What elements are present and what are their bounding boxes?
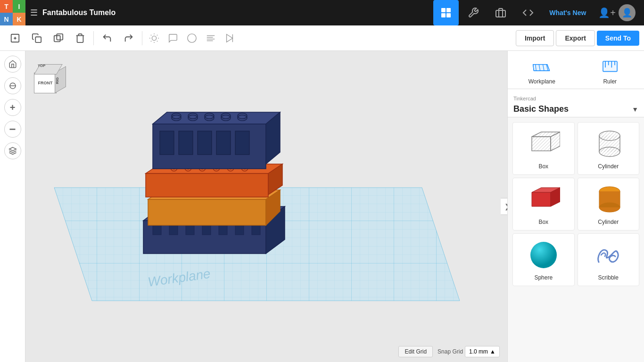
comment-icon[interactable] <box>164 29 182 47</box>
shape-scribble[interactable]: Scribble <box>578 233 640 286</box>
shapes-icon[interactable] <box>183 29 201 47</box>
svg-line-19 <box>157 34 157 35</box>
workplane-label: Workplane <box>528 78 555 85</box>
snap-dropdown-icon: ▲ <box>490 348 495 355</box>
svg-marker-109 <box>532 192 551 206</box>
shapes-source-label: Tinkercad <box>513 96 638 101</box>
logo-n: N <box>0 13 13 25</box>
svg-rect-2 <box>441 13 446 17</box>
undo-button[interactable] <box>97 28 117 49</box>
svg-rect-70 <box>160 131 174 155</box>
cube-front-face: FRONT <box>34 73 57 93</box>
edit-grid-button[interactable]: Edit Grid <box>398 346 433 357</box>
bottom-bar: Edit Grid Snap Grid 1.0 mm ▲ <box>398 346 500 357</box>
title-area: ☰ Fantabulous Tumelo <box>25 8 433 18</box>
main-toolbar: Import Export Send To <box>0 25 644 51</box>
shape-box-solid[interactable]: Box <box>512 178 575 230</box>
svg-rect-4 <box>496 10 505 17</box>
build-view-button[interactable] <box>461 0 486 25</box>
shape-label-cylinder-solid: Cylinder <box>598 219 619 225</box>
duplicate-button[interactable] <box>48 28 69 49</box>
svg-rect-71 <box>179 131 193 155</box>
redo-button[interactable] <box>118 28 139 49</box>
export-button[interactable]: Export <box>556 30 594 46</box>
light-icon[interactable] <box>145 29 163 47</box>
right-panel: Workplane Ruler Tinkercad Bas <box>507 51 644 362</box>
new-button[interactable] <box>5 28 25 49</box>
svg-point-117 <box>530 242 557 268</box>
svg-line-14 <box>151 34 151 35</box>
snap-grid-label: Snap Grid <box>438 348 463 355</box>
cube-top-label: TOP <box>38 64 45 68</box>
shape-sphere-solid[interactable]: Sphere <box>512 233 575 286</box>
code-view-button[interactable] <box>515 0 541 25</box>
fit-view-button[interactable] <box>4 77 21 94</box>
svg-rect-8 <box>35 37 41 42</box>
project-title[interactable]: Fantabulous Tumelo <box>42 8 116 17</box>
tinkercad-logo[interactable]: T I N K <box>0 0 25 25</box>
shape-label-cylinder-wire: Cylinder <box>598 163 619 170</box>
shape-label-box-wire: Box <box>538 163 548 170</box>
whats-new-button[interactable]: What's New <box>543 9 593 16</box>
left-panel: + − <box>0 51 25 362</box>
workplane-button[interactable]: Workplane <box>508 51 576 89</box>
shape-preview-sphere-solid <box>527 239 560 272</box>
snap-value-selector[interactable]: 1.0 mm ▲ <box>465 346 500 357</box>
shapes-header: Tinkercad Basic Shapes ▼ <box>508 89 644 117</box>
shape-preview-box-wire <box>527 127 560 160</box>
svg-rect-74 <box>235 131 249 155</box>
align-icon[interactable] <box>202 29 220 47</box>
logo-k: K <box>13 13 25 25</box>
tool-buttons-row: Workplane Ruler <box>508 51 644 89</box>
toolbar-separator-2 <box>142 31 142 45</box>
ruler-label: Ruler <box>603 78 617 85</box>
user-avatar[interactable]: 👤 <box>619 4 636 21</box>
shapes-dropdown-icon[interactable]: ▼ <box>632 106 638 113</box>
svg-rect-3 <box>446 13 451 17</box>
model-3d <box>87 98 332 277</box>
home-view-button[interactable] <box>4 56 21 73</box>
cube-front-label: FRONT <box>38 81 53 85</box>
viewport[interactable]: FRONT TOP RIG <box>25 51 507 362</box>
cube-navigator[interactable]: FRONT TOP RIG <box>30 56 68 93</box>
svg-rect-1 <box>446 8 451 12</box>
shape-preview-scribble <box>592 239 625 272</box>
svg-line-15 <box>157 41 157 41</box>
svg-marker-100 <box>532 137 551 151</box>
shape-label-scribble: Scribble <box>598 274 619 281</box>
delete-button[interactable] <box>70 28 91 49</box>
mirror-icon[interactable] <box>221 29 239 47</box>
import-button[interactable]: Import <box>516 30 554 46</box>
perspective-button[interactable] <box>4 142 21 159</box>
shape-preview-cylinder-solid <box>592 183 625 216</box>
snap-grid-area: Snap Grid 1.0 mm ▲ <box>438 346 500 357</box>
copy-button[interactable] <box>26 28 47 49</box>
shapes-grid: Box <box>508 117 644 291</box>
shape-label-sphere-solid: Sphere <box>534 274 553 281</box>
ruler-button[interactable]: Ruler <box>576 51 644 89</box>
toolbar-right: Import Export Send To <box>516 30 639 46</box>
user-area[interactable]: 👤+ 👤 <box>594 4 639 21</box>
svg-rect-72 <box>198 131 212 155</box>
logo-t: T <box>0 0 13 13</box>
main-area: + − FRONT TOP RIG <box>0 51 644 362</box>
shape-cylinder-wire[interactable]: Cylinder <box>578 122 640 175</box>
svg-point-20 <box>188 33 196 42</box>
svg-rect-49 <box>148 199 266 225</box>
grid-view-button[interactable] <box>433 0 459 25</box>
collapse-panel-button[interactable]: ❯ <box>501 198 507 215</box>
shape-box-wire[interactable]: Box <box>512 122 575 175</box>
parts-view-button[interactable] <box>488 0 513 25</box>
zoom-out-button[interactable]: − <box>4 121 21 138</box>
sendto-button[interactable]: Send To <box>597 31 639 46</box>
svg-line-18 <box>151 41 151 41</box>
shapes-category-label: Basic Shapes <box>513 104 569 114</box>
top-navigation: T I N K ☰ Fantabulous Tumelo <box>0 0 644 25</box>
cube-right-label: RIG <box>55 77 59 84</box>
shape-label-box-solid: Box <box>538 219 548 225</box>
shapes-category-row: Basic Shapes ▼ <box>513 104 638 114</box>
shape-preview-cylinder-wire <box>592 127 625 160</box>
shape-cylinder-solid[interactable]: Cylinder <box>578 178 640 230</box>
hamburger-icon[interactable]: ☰ <box>30 8 38 18</box>
zoom-in-button[interactable]: + <box>4 99 21 116</box>
